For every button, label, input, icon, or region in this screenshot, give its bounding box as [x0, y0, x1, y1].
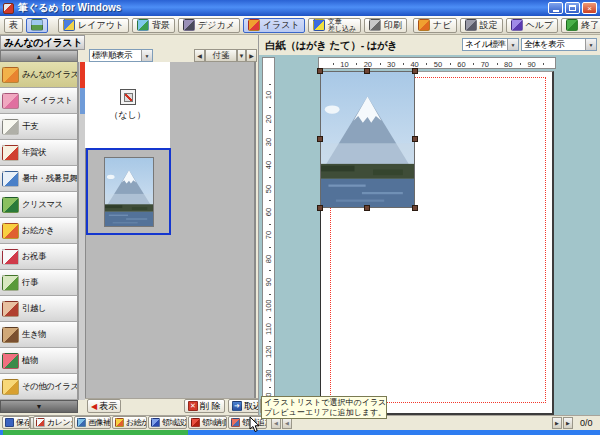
no-illustration-icon	[120, 89, 136, 105]
toolbar-button-exit[interactable]: 終了	[561, 18, 600, 33]
close-button[interactable]: ×	[582, 2, 597, 14]
selection-handle[interactable]	[317, 205, 323, 211]
toolbar-button-layout[interactable]: レイアウト	[58, 18, 129, 33]
ruler-tick	[269, 84, 271, 85]
import-icon: ➜	[232, 401, 242, 411]
sidebar-item-other[interactable]: その他のイラスト	[0, 374, 78, 400]
sidebar-item-christmas[interactable]: クリスマス	[0, 192, 78, 218]
view-mode-dropdown[interactable]: ネイル標準 ▼	[462, 38, 519, 51]
left-arrow-icon: ◀	[197, 52, 202, 59]
sidebar-scroll-down-button[interactable]: ▼	[0, 400, 78, 413]
dropdown-arrow-icon[interactable]: ▼	[507, 39, 518, 50]
toolbar-button-text-merge[interactable]: 文章差し込み	[308, 18, 361, 33]
bottom-button-label: カレンダー	[47, 417, 73, 428]
bottom-button-label: 領域設定	[162, 417, 187, 428]
sidebar-item-my[interactable]: マイ イラスト	[0, 88, 78, 114]
sidebar-scroll-up-button[interactable]: ▲	[0, 50, 78, 62]
tab-dropdown-button[interactable]: ▼	[237, 49, 246, 62]
dropdown-arrow-icon: ▼	[239, 53, 245, 59]
toolbar-button-print[interactable]: 印刷	[364, 18, 407, 33]
bottom-button-region-delete[interactable]: 領域削除	[188, 416, 227, 429]
bottom-button-calendar[interactable]: カレンダー	[33, 416, 73, 429]
bottom-button-paint[interactable]: お絵かき	[112, 416, 147, 429]
ruler-tick	[497, 63, 498, 65]
toolbar-button-label: 設定	[480, 19, 498, 32]
sidebar-item-events[interactable]: 行事	[0, 270, 78, 296]
maximize-button[interactable]	[565, 2, 580, 14]
sort-order-value: 標準順表示	[90, 50, 141, 62]
placed-illustration-image[interactable]	[320, 71, 415, 208]
toolbar-button-label: ナビ	[433, 19, 451, 32]
sidebar-item-moving[interactable]: 引越し	[0, 296, 78, 322]
close-icon: ×	[587, 4, 592, 13]
sidebar-item-label: 干支	[22, 121, 38, 133]
toolbar-button-label: 印刷	[384, 19, 402, 32]
celebration-icon	[2, 249, 19, 265]
events-icon	[2, 275, 19, 291]
sidebar-indicator-track[interactable]	[78, 62, 85, 400]
title-bar: 筆ぐるめ for Windows ×	[0, 0, 600, 16]
ruler-number: 130	[264, 370, 274, 382]
sort-order-dropdown[interactable]: 標準順表示 ▼	[89, 49, 153, 62]
sidebar-item-label: 生き物	[22, 329, 46, 341]
front-side-button[interactable]: 表	[4, 18, 23, 33]
dropdown-arrow-icon[interactable]: ▼	[141, 50, 152, 61]
bottom-button-region-set[interactable]: 領域設定	[148, 416, 187, 429]
save-button[interactable]: 保存	[2, 416, 30, 429]
toolbar-button-camera[interactable]: デジカメ	[178, 18, 240, 33]
tab-prev-button[interactable]: ◀	[194, 49, 205, 62]
ruler-number: 60	[455, 60, 467, 69]
show-list-button[interactable]: ◀ 表示	[87, 399, 121, 413]
tab-fusen[interactable]: 付箋	[205, 49, 237, 62]
floppy-disk-icon	[5, 418, 14, 427]
minimize-icon	[553, 10, 559, 12]
ruler-tick	[520, 63, 521, 65]
sidebar-item-drawing[interactable]: お絵かき	[0, 218, 78, 244]
help-icon	[511, 19, 523, 31]
tab-next-button[interactable]: ▶	[246, 49, 257, 62]
ruler-number: 70	[479, 60, 491, 69]
image-correct-icon	[77, 418, 86, 427]
selection-handle[interactable]	[364, 205, 370, 211]
toolbar-button-background[interactable]: 背景	[132, 18, 175, 33]
delete-illustration-button[interactable]: ✕ 削 除	[184, 399, 225, 413]
sidebar-item-everyone[interactable]: みんなのイラスト	[0, 62, 78, 88]
ruler-tick	[269, 130, 271, 131]
mt-fuji-photo	[105, 158, 153, 226]
sidebar-item-summer[interactable]: 暑中・残暑見舞い	[0, 166, 78, 192]
sidebar-item-animals[interactable]: 生き物	[0, 322, 78, 348]
selection-handle[interactable]	[364, 68, 370, 74]
page-last-button[interactable]: ▶	[563, 417, 573, 429]
selection-handle[interactable]	[412, 68, 418, 74]
page-next-button[interactable]: ▶	[552, 417, 562, 429]
app-window: 筆ぐるめ for Windows × 表 レイアウト背景デジカメイラスト文章差し…	[0, 0, 600, 435]
sidebar-item-plants[interactable]: 植物	[0, 348, 78, 374]
toolbar-button-navi[interactable]: ナビ	[413, 18, 456, 33]
sidebar-item-label: 年賀状	[22, 147, 46, 159]
toolbar-button-help[interactable]: ヘルプ	[506, 18, 559, 33]
tooltip: イラストリストで選択中のイラストを プレビューエリアに追加します。	[261, 396, 387, 419]
dropdown-arrow-icon[interactable]: ▼	[585, 39, 596, 50]
sidebar-item-zodiac[interactable]: 干支	[0, 114, 78, 140]
selection-handle[interactable]	[317, 68, 323, 74]
sidebar-item-nenga[interactable]: 年賀状	[0, 140, 78, 166]
illustration-thumbnail-selected[interactable]	[86, 148, 171, 235]
save-button-label: 保存	[16, 417, 30, 428]
back-side-toggle-button[interactable]	[26, 18, 48, 33]
toolbar-button-settings[interactable]: 設定	[460, 18, 503, 33]
sidebar-item-celebration[interactable]: お祝事	[0, 244, 78, 270]
ruler-tick	[269, 224, 271, 225]
tab-navigator: ◀ 付箋 ▼ ▶	[194, 49, 257, 62]
illustration-none-item[interactable]: （なし）	[85, 62, 170, 148]
settings-icon	[465, 19, 477, 31]
bottom-button-image-correct[interactable]: 画像補正	[74, 416, 111, 429]
toolbar-button-illustration[interactable]: イラスト	[243, 18, 305, 33]
minimize-button[interactable]	[548, 2, 563, 14]
selection-handle[interactable]	[412, 136, 418, 142]
front-side-label: 表	[9, 19, 18, 32]
ruler-tick	[450, 63, 451, 65]
selection-handle[interactable]	[317, 136, 323, 142]
selection-handle[interactable]	[412, 205, 418, 211]
zoom-dropdown[interactable]: 全体を表示 ▼	[521, 38, 597, 51]
zoom-value: 全体を表示	[522, 39, 585, 51]
